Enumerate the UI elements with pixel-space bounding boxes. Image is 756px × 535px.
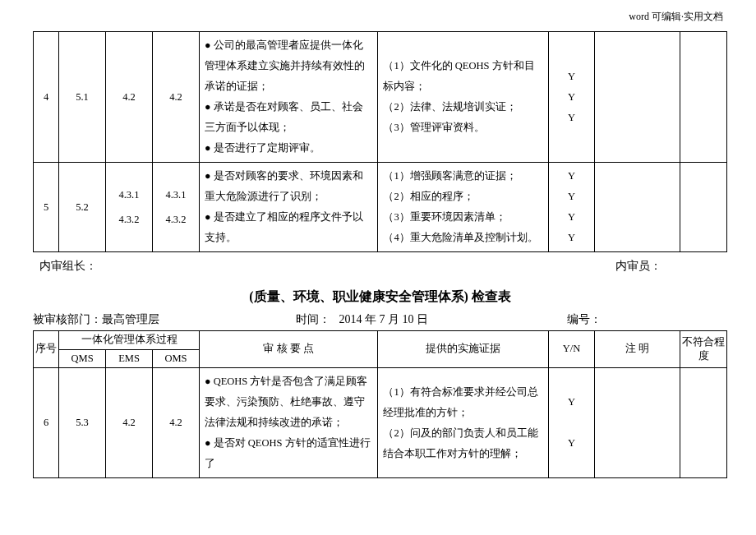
cell-qms: 5.1 bbox=[59, 32, 106, 163]
cell-seq: 5 bbox=[34, 163, 59, 252]
cell-oms: 4.2 bbox=[152, 32, 199, 163]
cell-yn: YY bbox=[548, 368, 595, 478]
cell-oms: 4.3.14.3.2 bbox=[152, 163, 199, 252]
info-time: 时间： 2014 年 7 月 10 日 bbox=[296, 312, 567, 327]
cell-degree bbox=[680, 32, 727, 163]
hdr-note: 注 明 bbox=[595, 331, 680, 368]
cell-evidence: （1）有符合标准要求并经公司总经理批准的方针；（2）问及的部门负责人和员工能结合… bbox=[378, 368, 548, 478]
cell-qms: 5.2 bbox=[59, 163, 106, 252]
hdr-keypoints: 审 核 要 点 bbox=[199, 331, 377, 368]
cell-keypoints: ● QEOHS 方针是否包含了满足顾客要求、污染预防、杜绝事故、遵守法律法规和持… bbox=[199, 368, 377, 478]
header-note: word 可编辑·实用文档 bbox=[629, 10, 723, 24]
cell-note bbox=[595, 32, 680, 163]
table-row: 6 5.3 4.2 4.2 ● QEOHS 方针是否包含了满足顾客要求、污染预防… bbox=[34, 368, 727, 478]
cell-yn: YYYY bbox=[548, 163, 595, 252]
hdr-ems: EMS bbox=[106, 349, 153, 368]
page-content: 4 5.1 4.2 4.2 ● 公司的最高管理者应提供一体化管理体系建立实施并持… bbox=[0, 0, 756, 478]
cell-seq: 4 bbox=[34, 32, 59, 163]
hdr-proc: 一体化管理体系过程 bbox=[59, 331, 200, 350]
info-dept: 被审核部门：最高管理层 bbox=[33, 312, 296, 327]
cell-ems: 4.3.14.3.2 bbox=[106, 163, 153, 252]
cell-keypoints: ● 是否对顾客的要求、环境因素和重大危险源进行了识别；● 是否建立了相应的程序文… bbox=[199, 163, 377, 252]
hdr-degree: 不符合程 度 bbox=[680, 331, 727, 368]
cell-note bbox=[595, 368, 680, 478]
cell-evidence: （1）增强顾客满意的证据；（2）相应的程序；（3）重要环境因素清单；（4）重大危… bbox=[378, 163, 548, 252]
time-value: 2014 年 7 月 10 日 bbox=[339, 313, 429, 325]
cell-degree bbox=[680, 368, 727, 478]
cell-qms: 5.3 bbox=[59, 368, 106, 478]
cell-ems: 4.2 bbox=[106, 368, 153, 478]
dept-value: 最高管理层 bbox=[102, 313, 159, 325]
cell-oms: 4.2 bbox=[152, 368, 199, 478]
time-label: 时间： bbox=[296, 313, 330, 325]
hdr-qms: QMS bbox=[59, 349, 106, 368]
checklist-table-lower: 序号 一体化管理体系过程 审 核 要 点 提供的实施证据 Y/N 注 明 不符合… bbox=[33, 330, 727, 478]
cell-keypoints: ● 公司的最高管理者应提供一体化管理体系建立实施并持续有效性的承诺的证据；● 承… bbox=[199, 32, 377, 163]
cell-note bbox=[595, 163, 680, 252]
cell-degree bbox=[680, 163, 727, 252]
doc-info-row: 被审核部门：最高管理层 时间： 2014 年 7 月 10 日 编号： bbox=[33, 312, 727, 327]
hdr-evidence: 提供的实施证据 bbox=[378, 331, 548, 368]
cell-seq: 6 bbox=[34, 368, 59, 478]
cell-yn: YYY bbox=[548, 32, 595, 163]
cell-ems: 4.2 bbox=[106, 32, 153, 163]
table-row: 5 5.2 4.3.14.3.2 4.3.14.3.2 ● 是否对顾客的要求、环… bbox=[34, 163, 727, 252]
hdr-seq: 序号 bbox=[34, 331, 59, 368]
info-no: 编号： bbox=[567, 312, 727, 327]
member-label: 内审员： bbox=[615, 259, 662, 274]
hdr-yn: Y/N bbox=[548, 331, 595, 368]
checklist-table-upper: 4 5.1 4.2 4.2 ● 公司的最高管理者应提供一体化管理体系建立实施并持… bbox=[33, 31, 727, 252]
hdr-oms: OMS bbox=[152, 349, 199, 368]
cell-evidence: （1）文件化的 QEOHS 方针和目标内容；（2）法律、法规培训实证；（3）管理… bbox=[378, 32, 548, 163]
dept-label: 被审核部门： bbox=[33, 313, 102, 325]
page-title: (质量、环境、职业健康安全管理体系) 检查表 bbox=[33, 288, 727, 306]
header-row-1: 序号 一体化管理体系过程 审 核 要 点 提供的实施证据 Y/N 注 明 不符合… bbox=[34, 331, 727, 350]
no-label: 编号： bbox=[567, 313, 602, 325]
signature-row: 内审组长： 内审员： bbox=[33, 252, 727, 280]
leader-label: 内审组长： bbox=[39, 259, 97, 274]
table-row: 4 5.1 4.2 4.2 ● 公司的最高管理者应提供一体化管理体系建立实施并持… bbox=[34, 32, 727, 163]
